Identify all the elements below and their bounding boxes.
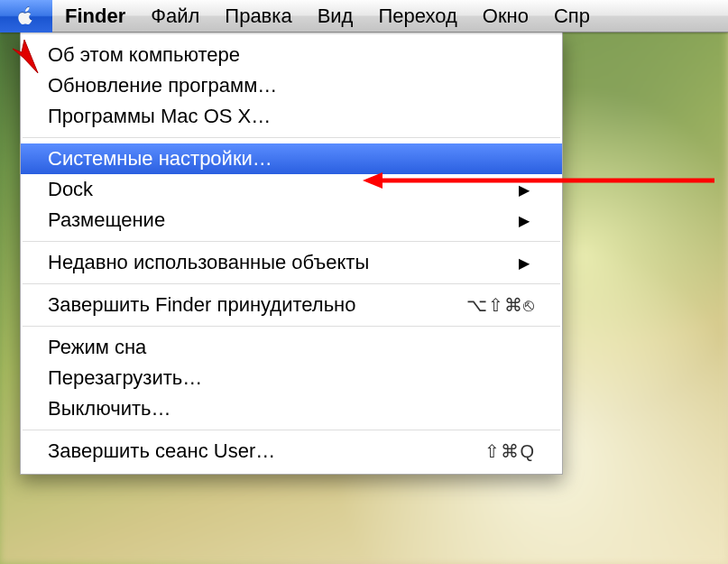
- menu-item-label: Режим сна: [48, 336, 535, 359]
- menu-item-label: Перезагрузить…: [48, 366, 535, 390]
- menu-separator: [23, 326, 560, 327]
- menu-item-label: Размещение: [48, 208, 519, 232]
- menu-item-label: Завершить Finder принудительно: [48, 293, 466, 317]
- menu-item-label: Об этом компьютере: [48, 43, 535, 67]
- menu-separator: [23, 430, 560, 430]
- apple-logo-icon: [16, 5, 36, 27]
- menu-item-label: Программы Mac OS X…: [48, 105, 535, 128]
- menu-separator: [23, 137, 560, 138]
- submenu-arrow-icon: ▶: [519, 254, 535, 272]
- menu-item-system-preferences[interactable]: Системные настройки…: [21, 143, 562, 174]
- menu-item-about-this-mac[interactable]: Об этом компьютере: [21, 40, 562, 70]
- menu-item-label: Недавно использованные объекты: [48, 251, 519, 274]
- apple-menu-dropdown: Об этом компьютере Обновление программ… …: [20, 32, 563, 475]
- menu-item-location[interactable]: Размещение ▶: [21, 205, 562, 236]
- menu-item-label: Системные настройки…: [48, 147, 535, 171]
- menu-file[interactable]: Файл: [138, 0, 212, 32]
- submenu-arrow-icon: ▶: [519, 212, 535, 229]
- menu-item-shutdown[interactable]: Выключить…: [21, 393, 562, 424]
- menu-separator: [23, 241, 560, 242]
- menu-item-label: Обновление программ…: [48, 74, 535, 97]
- menu-item-force-quit[interactable]: Завершить Finder принудительно ⌥⇧⌘⎋: [21, 290, 562, 320]
- menu-item-shortcut: ⌥⇧⌘⎋: [466, 294, 535, 316]
- menu-item-recent-items[interactable]: Недавно использованные объекты ▶: [21, 247, 562, 278]
- menu-item-mac-osx-software[interactable]: Программы Mac OS X…: [21, 101, 562, 132]
- menu-view[interactable]: Вид: [305, 0, 366, 32]
- menu-item-label: Выключить…: [48, 397, 535, 421]
- menu-app-name[interactable]: Finder: [52, 0, 138, 32]
- apple-menu-button[interactable]: [0, 0, 52, 32]
- menubar: Finder Файл Правка Вид Переход Окно Спр: [0, 0, 728, 32]
- menu-item-label: Dock: [48, 178, 519, 201]
- menu-item-restart[interactable]: Перезагрузить…: [21, 363, 562, 393]
- menu-item-shortcut: ⇧⌘Q: [484, 440, 535, 462]
- submenu-arrow-icon: ▶: [519, 181, 535, 199]
- menu-item-logout[interactable]: Завершить сеанс User… ⇧⌘Q: [21, 436, 562, 467]
- menu-edit[interactable]: Правка: [212, 0, 304, 32]
- menu-window[interactable]: Окно: [470, 0, 541, 32]
- menu-item-sleep[interactable]: Режим сна: [21, 332, 562, 363]
- menu-help[interactable]: Спр: [541, 0, 603, 32]
- menu-go[interactable]: Переход: [365, 0, 469, 32]
- menu-separator: [23, 283, 560, 284]
- menu-item-software-update[interactable]: Обновление программ…: [21, 70, 562, 101]
- menu-item-label: Завершить сеанс User…: [48, 439, 484, 463]
- menu-item-dock[interactable]: Dock ▶: [21, 174, 562, 205]
